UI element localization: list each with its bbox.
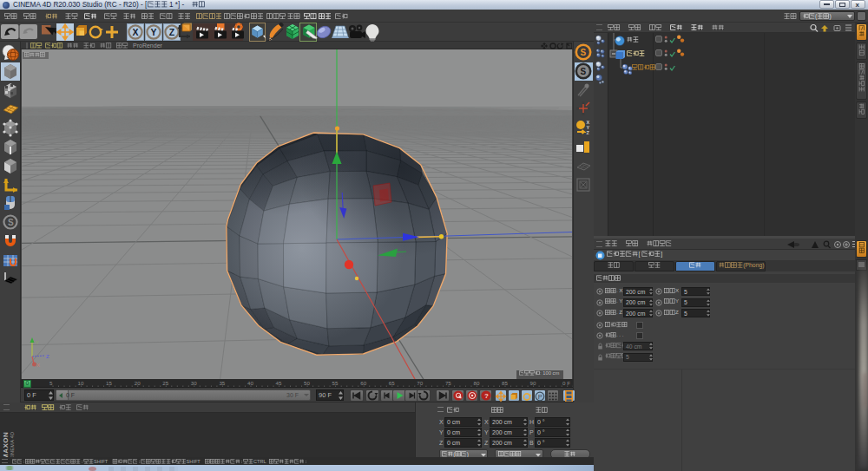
svg-text:?: ? [484, 392, 489, 400]
svg-text:. Z: . Z [616, 309, 622, 315]
svg-text:S: S [581, 67, 587, 76]
svg-text:P: P [538, 393, 542, 401]
svg-text:X: X [675, 287, 679, 293]
svg-text:. Y: . Y [616, 298, 622, 304]
svg-text:Z: Z [46, 354, 49, 359]
svg-text:Y: Y [150, 27, 156, 37]
svg-text:CTRL: CTRL [253, 458, 266, 463]
svg-text:SHIFT: SHIFT [94, 458, 108, 463]
svg-text:. . .: . . . [616, 331, 624, 337]
svg-text:SHIFT: SHIFT [187, 458, 201, 463]
svg-text:X: X [36, 363, 40, 368]
svg-text:): ) [467, 450, 469, 457]
svg-text:Y: Y [36, 340, 39, 345]
svg-text:S: S [581, 48, 587, 57]
svg-text:(: ( [815, 13, 818, 20]
svg-text:[: [ [638, 251, 640, 258]
svg-text:): ) [830, 13, 832, 20]
svg-text:: 100 cm: : 100 cm [540, 370, 559, 376]
svg-text:Z: Z [587, 130, 590, 135]
svg-text:. X: . X [616, 287, 623, 293]
svg-text:]: ] [661, 251, 662, 258]
svg-text:Z: Z [169, 27, 175, 37]
svg-text:S: S [8, 218, 14, 227]
svg-text:X: X [132, 27, 138, 37]
svg-text:Y: Y [675, 298, 679, 304]
svg-text:Z: Z [675, 309, 679, 315]
svg-text:(Phong): (Phong) [743, 262, 764, 269]
